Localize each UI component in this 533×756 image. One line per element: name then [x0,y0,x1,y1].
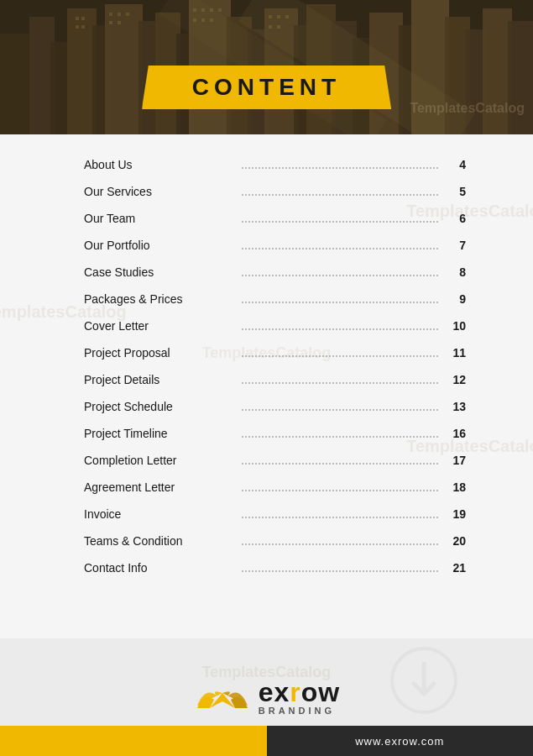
toc-dots [242,275,438,276]
page-title-band: CONTENT [142,66,391,109]
toc-page: 5 [445,185,466,198]
brand-ex: ex [259,677,290,707]
toc-dots [242,382,438,384]
toc-dots [242,248,438,249]
svg-rect-32 [109,21,112,24]
svg-rect-33 [118,21,121,24]
toc-item: Agreement Letter18 [84,474,466,501]
toc-label: Invoice [84,507,235,521]
toc-page: 7 [445,239,466,252]
toc-list: About Us4Our Services5Our Team6Our Portf… [84,151,466,581]
toc-label: Agreement Letter [84,480,235,494]
toc-page: 21 [445,561,466,575]
toc-label: Project Proposal [84,346,235,360]
toc-page: 11 [445,346,466,360]
toc-page: 13 [445,400,466,413]
toc-label: Case Studies [84,265,235,279]
toc-item: Teams & Condition20 [84,528,466,554]
toc-page: 19 [445,507,466,521]
brand-r: r [290,677,300,707]
toc-page: 18 [445,480,466,494]
toc-page: 6 [445,212,466,225]
hero-section: TemplatesCatalog CONTENT [0,0,533,134]
toc-label: Project Timeline [84,427,235,440]
toc-item: About Us4 [84,151,466,178]
svg-rect-26 [81,17,85,20]
toc-item: Project Proposal11 [84,339,466,366]
footer-logo-area: exrow BRANDING [193,676,340,718]
toc-dots [242,409,438,411]
toc-item: Our Services5 [84,178,466,205]
brand-subtitle: BRANDING [259,706,335,716]
brand-ow: ow [301,677,340,707]
toc-item: Cover Letter10 [84,312,466,339]
toc-label: Teams & Condition [84,534,235,548]
toc-item: Our Portfolio7 [84,232,466,259]
svg-rect-30 [118,13,121,16]
toc-dots [242,517,438,518]
footer-bar-left [0,726,267,756]
website-label: www.exrow.com [355,735,444,748]
toc-page: 8 [445,265,466,279]
svg-rect-23 [483,8,512,134]
toc-dots [242,167,438,169]
toc-item: Packages & Prices9 [84,286,466,312]
toc-item: Our Team6 [84,205,466,232]
svg-rect-25 [76,17,79,20]
toc-label: Project Details [84,373,235,386]
toc-label: Contact Info [84,561,235,575]
brand-logo-icon [193,676,252,718]
toc-dots [242,543,438,545]
page-title: CONTENT [192,74,341,101]
toc-item: Project Timeline16 [84,420,466,447]
svg-rect-27 [76,25,79,29]
toc-page: 9 [445,292,466,306]
toc-item: Project Schedule13 [84,393,466,420]
toc-dots [242,436,438,438]
toc-item: Project Details12 [84,366,466,393]
toc-label: Our Portfolio [84,239,235,252]
toc-dots [242,328,438,330]
toc-page: 20 [445,534,466,548]
toc-page: 17 [445,454,466,467]
toc-dots [242,221,438,223]
svg-rect-29 [109,13,112,16]
toc-item: Invoice19 [84,501,466,528]
toc-item: Completion Letter17 [84,447,466,474]
svg-rect-37 [218,8,222,12]
footer-bar: www.exrow.com [0,726,533,756]
toc-label: Our Services [84,185,235,198]
toc-page: 10 [445,319,466,333]
toc-dots [242,194,438,196]
toc-item: Contact Info21 [84,554,466,581]
toc-item: Case Studies8 [84,259,466,286]
svg-rect-24 [508,21,533,134]
toc-label: About Us [84,158,235,171]
svg-rect-31 [126,13,129,16]
toc-label: Packages & Prices [84,292,235,306]
svg-rect-1 [0,34,34,134]
download-icon-watermark [390,647,457,714]
toc-dots [242,463,438,465]
toc-dots [242,302,438,303]
toc-dots [242,355,438,357]
toc-page: 4 [445,158,466,171]
footer-bar-right: www.exrow.com [267,726,534,756]
toc-dots [242,490,438,491]
brand-name: exrow [259,679,340,706]
toc-label: Completion Letter [84,454,235,467]
brand-text: exrow BRANDING [259,679,340,716]
table-of-contents: TemplatesCatalog TemplatesCatalog Templa… [0,134,533,598]
svg-rect-28 [81,25,85,29]
toc-label: Cover Letter [84,319,235,333]
toc-page: 12 [445,373,466,386]
toc-label: Our Team [84,212,235,225]
toc-page: 16 [445,427,466,440]
toc-label: Project Schedule [84,400,235,413]
toc-dots [242,570,438,572]
footer: TemplatesCatalog exrow BRANDING [0,638,533,756]
